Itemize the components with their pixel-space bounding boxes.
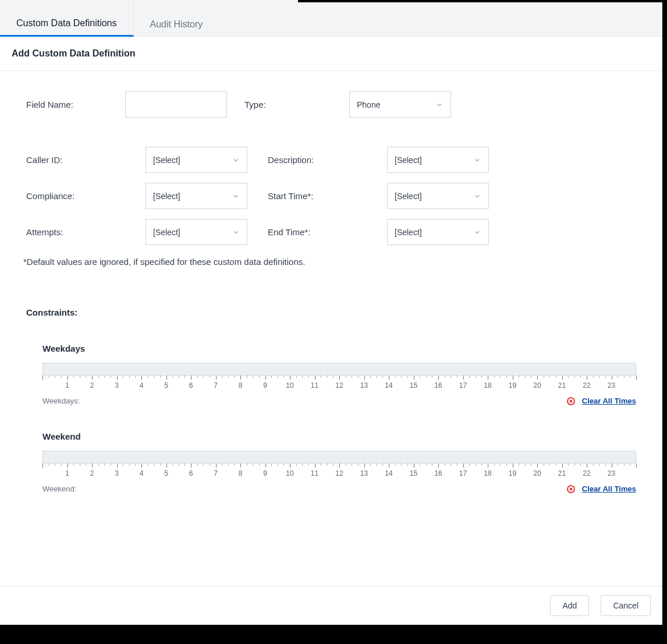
tick-label: 18	[484, 381, 491, 390]
constraint-group: Weekend123456789101112131415161718192021…	[26, 431, 636, 493]
dialog-footer: Add Cancel	[0, 586, 662, 625]
tick-label: 11	[311, 381, 318, 390]
field-name-input[interactable]	[125, 91, 227, 118]
decorative-black-strip	[298, 0, 665, 2]
tick-label: 20	[533, 381, 541, 390]
tick-label: 21	[558, 381, 566, 390]
attempts-value: [Select]	[153, 228, 180, 237]
constraint-heading: Weekdays	[42, 344, 636, 353]
caller-id-value: [Select]	[153, 155, 180, 165]
tick-label: 9	[263, 469, 267, 477]
tick-label: 3	[115, 469, 119, 477]
tick-label: 20	[533, 469, 541, 477]
end-time-value: [Select]	[395, 228, 422, 237]
attempts-select[interactable]: [Select]	[146, 219, 247, 245]
tick-label: 2	[90, 469, 94, 477]
compliance-value: [Select]	[153, 192, 180, 201]
compliance-select[interactable]: [Select]	[146, 183, 247, 209]
end-time-label: End Time*:	[268, 227, 387, 237]
tick-label: 10	[286, 469, 293, 477]
cancel-button[interactable]: Cancel	[601, 595, 651, 616]
tick-label: 22	[583, 469, 590, 477]
tick-label: 5	[164, 381, 168, 390]
time-range-slider[interactable]	[42, 451, 636, 463]
chevron-down-icon	[473, 156, 481, 164]
tick-label: 3	[115, 381, 119, 390]
footnote: *Default values are ignored, if specifie…	[0, 245, 662, 267]
chevron-down-icon	[435, 101, 444, 109]
tick-label: 14	[385, 381, 392, 390]
tick-label: 23	[608, 381, 615, 390]
time-range-slider[interactable]	[42, 363, 636, 376]
caller-id-label: Caller ID:	[26, 155, 146, 165]
tick-label: 14	[385, 469, 392, 477]
type-label: Type:	[244, 100, 349, 109]
description-label: Description:	[268, 155, 387, 165]
start-time-select[interactable]: [Select]	[387, 183, 489, 209]
tick-label: 15	[410, 381, 417, 390]
tick-label: 22	[583, 381, 590, 390]
clear-all-times-link[interactable]: Clear All Times	[582, 484, 636, 493]
tick-label: 1	[65, 381, 69, 390]
type-select[interactable]: Phone	[349, 91, 451, 118]
constraint-group: Weekdays12345678910111213141516171819202…	[26, 344, 636, 405]
tick-label: 2	[90, 381, 94, 390]
tick-label: 13	[360, 381, 368, 390]
tab-bar: Custom Data Definitions Audit History	[0, 0, 662, 37]
chevron-down-icon	[232, 228, 240, 236]
tick-label: 17	[459, 381, 467, 390]
field-name-label: Field Name:	[26, 100, 125, 109]
tick-label: 11	[311, 469, 318, 477]
end-time-select[interactable]: [Select]	[387, 219, 489, 245]
chevron-down-icon	[232, 156, 240, 164]
constraint-heading: Weekend	[42, 431, 636, 441]
tick-label: 13	[360, 469, 368, 477]
tab-custom-data-definitions[interactable]: Custom Data Definitions	[0, 0, 134, 37]
tick-label: 19	[509, 469, 516, 477]
tick-label: 8	[239, 469, 243, 477]
slider-footer-label: Weekdays:	[42, 397, 80, 405]
slider-footer: Weekdays:Clear All Times	[42, 397, 636, 405]
tick-label: 10	[286, 381, 293, 390]
tick-label: 6	[189, 469, 193, 477]
constraints-title: Constraints:	[26, 307, 636, 317]
slider-ruler: 1234567891011121314151617181920212223	[42, 463, 636, 480]
tick-label: 12	[335, 469, 343, 477]
tick-label: 4	[140, 469, 144, 477]
compliance-label: Compliance:	[26, 191, 146, 201]
page-title: Add Custom Data Definition	[0, 37, 662, 71]
description-select[interactable]: [Select]	[387, 147, 489, 173]
slider-footer: Weekend:Clear All Times	[42, 484, 636, 493]
clear-all-times-link[interactable]: Clear All Times	[582, 397, 636, 405]
tick-label: 19	[509, 381, 516, 390]
tick-label: 7	[214, 381, 218, 390]
type-value: Phone	[357, 100, 380, 109]
clear-icon[interactable]	[567, 485, 575, 493]
tick-label: 23	[608, 469, 615, 477]
caller-id-select[interactable]: [Select]	[146, 147, 247, 173]
tick-label: 8	[239, 381, 243, 390]
tick-label: 12	[335, 381, 343, 390]
chevron-down-icon	[473, 192, 481, 200]
chevron-down-icon	[473, 228, 481, 236]
attempts-label: Attempts:	[26, 227, 146, 237]
slider-ruler: 1234567891011121314151617181920212223	[42, 376, 636, 392]
add-button[interactable]: Add	[550, 595, 589, 616]
tick-label: 21	[558, 469, 566, 477]
tick-label: 9	[263, 381, 267, 390]
tick-label: 16	[434, 381, 442, 390]
tick-label: 6	[189, 381, 193, 390]
tick-label: 17	[459, 469, 467, 477]
tick-label: 15	[410, 469, 417, 477]
tick-label: 16	[434, 469, 442, 477]
tick-label: 5	[164, 469, 168, 477]
chevron-down-icon	[232, 192, 240, 200]
tick-label: 1	[65, 469, 69, 477]
tab-audit-history[interactable]: Audit History	[134, 0, 219, 37]
tick-label: 4	[140, 381, 144, 390]
slider-footer-label: Weekend:	[42, 484, 76, 493]
start-time-label: Start Time*:	[268, 191, 387, 201]
clear-icon[interactable]	[567, 397, 575, 405]
tick-label: 18	[484, 469, 491, 477]
tick-label: 7	[214, 469, 218, 477]
